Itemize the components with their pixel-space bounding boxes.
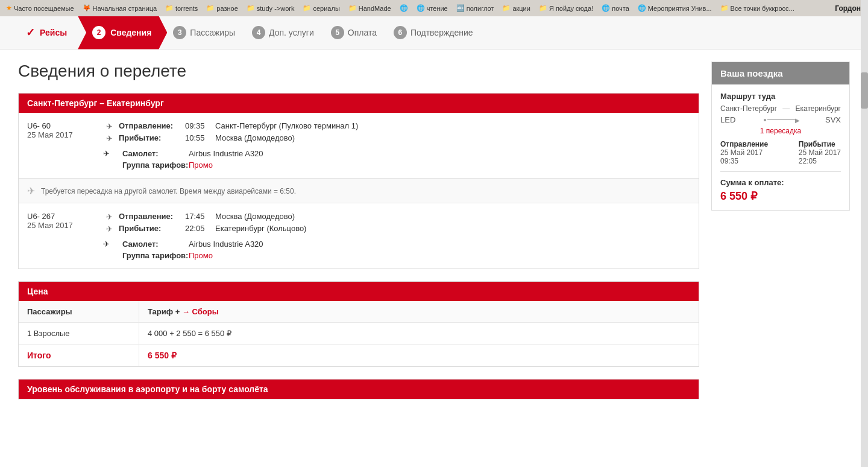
step6-num: 6 <box>394 26 407 39</box>
bookmark-bookcrossing[interactable]: 📁 Все точки буккросс... <box>718 3 797 13</box>
segment2-details: ✈ Отправление: 17:45 Москва (Домодедово)… <box>103 212 690 260</box>
bookmark-pochta[interactable]: 🌐 почта <box>599 3 632 13</box>
segment1-departure-place: Санкт-Петербург (Пулково терминал 1) <box>215 121 358 130</box>
bookmark-akcii[interactable]: 📁 акции <box>500 3 533 13</box>
folder-icon: 📁 <box>502 4 511 12</box>
bookmark-meropriyatiya[interactable]: 🌐 Мероприятия Унив... <box>635 3 714 13</box>
folder-icon: 📁 <box>303 4 311 12</box>
price-total-value: 6 550 ₽ <box>139 345 699 366</box>
folder-icon: 📁 <box>348 4 357 12</box>
segment2-arrival-row: ✈ Прибытие: 22:05 Екатеринбург (Кольцово… <box>103 224 690 234</box>
segment2-departure-label: Отправление: <box>119 212 185 221</box>
price-section: Цена Пассажиры Тариф + → Сборы <box>18 281 699 367</box>
bookmark-raznoe[interactable]: 📁 разное <box>204 3 240 13</box>
sidebar-body: Маршрут туда Санкт-Петербург — Екатеринб… <box>712 84 849 210</box>
page-title: Сведения о перелете <box>18 62 699 81</box>
price-section-header: Цена <box>19 282 699 301</box>
segment1-date: 25 Мая 2017 <box>27 130 93 139</box>
sidebar-departure-block: Отправление 25 Май 2017 09:35 <box>720 140 768 165</box>
scrollbar-thumb[interactable] <box>861 72 868 109</box>
sidebar-city-to: Екатеринбург <box>796 104 841 113</box>
bookmark-homepage[interactable]: 🦊 Начальная страница <box>80 3 159 13</box>
departure-label: Отправление <box>720 140 768 148</box>
segment1-departure-row: ✈ Отправление: 09:35 Санкт-Петербург (Пу… <box>103 121 690 131</box>
bookmark-study[interactable]: 📁 study ->work <box>244 3 297 13</box>
sidebar: Ваша поездка Маршрут туда Санкт-Петербур… <box>711 62 850 211</box>
transfer-info: 1 пересадка <box>720 127 841 135</box>
flight-segment-2: U6- 267 25 Мая 2017 ✈ Отправление: 17:45… <box>19 203 699 268</box>
service-header: Уровень обслуживания в аэропорту и на бо… <box>19 380 699 399</box>
segment2-tariff-link[interactable]: Промо <box>189 251 213 260</box>
segment2-plane-row: ✈ Самолет: Airbus Industrie A320 Группа … <box>103 240 690 260</box>
segment1-plane-value: Airbus Industrie A320 <box>189 149 263 158</box>
segment1-arrival-time: 10:55 <box>185 133 215 142</box>
step-details[interactable]: 2 Сведения <box>78 16 167 49</box>
step-passengers[interactable]: 3 Пассажиры <box>167 16 246 49</box>
folder-icon: 📁 <box>206 4 215 12</box>
bookmark-reading[interactable]: 🌐 чтение <box>414 3 450 13</box>
sidebar-title: Ваша поездка <box>712 62 849 84</box>
price-passengers-header: Пассажиры <box>19 301 139 322</box>
content-left: Сведения о перелете Санкт-Петербург – Ек… <box>18 62 699 399</box>
step-confirmation[interactable]: 6 Подтверждение <box>388 16 484 49</box>
price-body: Пассажиры Тариф + → Сборы 1 Взрослые 4 0… <box>19 301 699 366</box>
step-payment[interactable]: 5 Оплата <box>325 16 388 49</box>
plane-arrival-icon: ✈ <box>103 134 115 143</box>
segment2-flight-num: U6- 267 <box>27 212 93 221</box>
star-icon: ★ <box>6 4 12 12</box>
transfer-text: Требуется пересадка на другой самолет. В… <box>41 187 296 195</box>
segment2-arrival-place: Екатеринбург (Кольцово) <box>215 224 306 233</box>
bookmark-serials[interactable]: 📁 сериалы <box>300 3 342 13</box>
globe-icon: 🌐 <box>400 4 408 12</box>
price-total-label: Итого <box>19 345 139 366</box>
segment2-date: 25 Мая 2017 <box>27 221 93 230</box>
sidebar-card: Ваша поездка Маршрут туда Санкт-Петербур… <box>711 62 850 211</box>
segment1-plane-row: ✈ Самолет: Airbus Industrie A320 Группа … <box>103 149 690 170</box>
globe-icon: 🌐 <box>602 4 610 12</box>
sidebar-arrival-block: Прибытие 25 Май 2017 22:05 <box>799 140 841 165</box>
transfer-plane-icon: ✈ <box>27 185 35 197</box>
bookmark-torrents[interactable]: 📁 torrents <box>163 3 200 13</box>
plane-arrival2-icon: ✈ <box>103 224 115 234</box>
segment2-departure-place: Москва (Домодедово) <box>215 212 295 221</box>
folder-icon: 📁 <box>165 4 174 12</box>
segment1-tariff-link[interactable]: Промо <box>189 160 213 170</box>
plane-departure-icon: ✈ <box>103 122 115 131</box>
airport-to: SVX <box>825 115 841 124</box>
bookmark-frequently-visited[interactable]: ★ Часто посещаемые <box>4 3 77 13</box>
step-flights[interactable]: ✓ Рейсы <box>18 16 78 49</box>
arrival-time: 22:05 <box>799 157 841 165</box>
transfer-link[interactable]: 1 пересадка <box>720 127 841 135</box>
page-wrapper: ✓ Рейсы 2 Сведения 3 Пассажиры 4 Доп. ус… <box>0 16 868 467</box>
segment1-arrival-place: Москва (Домодедово) <box>215 133 295 142</box>
stepper: ✓ Рейсы 2 Сведения 3 Пассажиры 4 Доп. ус… <box>0 16 868 49</box>
segment2-plane-value: Airbus Industrie A320 <box>189 240 263 249</box>
transfer-notice: ✈ Требуется пересадка на другой самолет.… <box>19 179 699 203</box>
bookmark-polyglot[interactable]: 🔤 полиглот <box>454 3 497 13</box>
segment1-arrival-content: Прибытие: 10:55 Москва (Домодедово) <box>119 133 295 142</box>
step1-num: ✓ <box>24 27 36 39</box>
plane2-icon: ✈ <box>103 240 119 249</box>
price-adult-row: 1 Взрослые 4 000 + 2 550 = 6 550 ₽ <box>19 323 699 345</box>
sidebar-city-from: Санкт-Петербург <box>720 104 777 113</box>
plane-departure2-icon: ✈ <box>103 212 115 221</box>
folder-icon: 📁 <box>247 4 255 12</box>
segment2-info: U6- 267 25 Мая 2017 <box>27 212 93 260</box>
main-content: Сведения о перелете Санкт-Петербург – Ек… <box>0 49 868 411</box>
username-label: Гордон <box>835 4 864 13</box>
step-extras[interactable]: 4 Доп. услуги <box>246 16 325 49</box>
bookmark-ya-poydu[interactable]: 📁 Я пойду сюда! <box>536 3 596 13</box>
sidebar-sum-value: 6 550 ₽ <box>720 189 841 203</box>
folder-icon: 📁 <box>539 4 547 12</box>
scrollbar-track[interactable] <box>861 0 868 467</box>
segment2-arrival-time: 22:05 <box>185 224 215 233</box>
step4-label: Доп. услуги <box>269 28 314 37</box>
price-adult-value: 4 000 + 2 550 = 6 550 ₽ <box>139 323 699 344</box>
globe-icon: 🌐 <box>417 4 425 12</box>
bookmark-handmade[interactable]: 📁 HandMade <box>346 3 394 13</box>
flight-section-header: Санкт-Петербург – Екатеринбург <box>19 94 699 113</box>
segment1-departure-time: 09:35 <box>185 121 215 130</box>
bookmark-globe1[interactable]: 🌐 <box>397 3 410 13</box>
sboры-link[interactable]: Сборы <box>192 307 219 316</box>
segment2-arrival-label: Прибытие: <box>119 224 185 233</box>
